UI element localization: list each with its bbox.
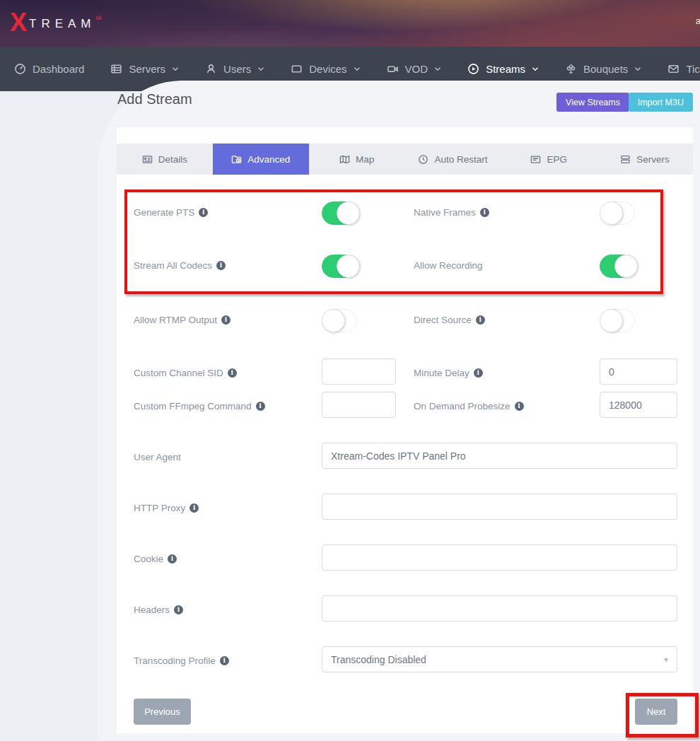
streams-icon xyxy=(467,63,479,75)
info-icon[interactable]: i xyxy=(256,402,265,411)
native-frames-toggle[interactable] xyxy=(600,202,635,225)
nav-label: Dashboard xyxy=(33,63,84,75)
nav-label: Servers xyxy=(129,63,165,75)
info-icon[interactable]: i xyxy=(474,368,483,378)
tab-label: Advanced xyxy=(247,154,290,165)
tab-label: Auto Restart xyxy=(434,154,487,165)
info-icon[interactable]: i xyxy=(221,315,231,325)
tab-map[interactable]: Map xyxy=(309,144,405,175)
info-icon[interactable]: i xyxy=(168,554,177,564)
toggle-knob xyxy=(600,309,623,332)
servers-tab-icon xyxy=(620,154,631,165)
field-label-on-demand-probesize: On Demand Probesize i xyxy=(414,399,524,413)
info-icon[interactable]: i xyxy=(476,315,485,325)
custom-ffmpeg-command-input[interactable] xyxy=(322,392,396,418)
tickets-icon xyxy=(667,63,679,75)
stream-all-codecs-toggle[interactable] xyxy=(322,255,357,278)
chevron-down-icon xyxy=(634,66,641,72)
toggle-knob xyxy=(614,255,638,278)
bouquets-icon xyxy=(565,63,577,75)
user-agent-input[interactable] xyxy=(322,443,677,469)
field-label-stream-all-codecs: Stream All Codecs i xyxy=(134,258,226,272)
field-label-allow-recording: Allow Recording xyxy=(414,258,483,272)
cookie-input[interactable] xyxy=(322,544,677,571)
servers-icon xyxy=(110,63,122,75)
toggle-knob xyxy=(600,202,623,225)
direct-source-toggle[interactable] xyxy=(600,309,635,332)
tab-bar: Details Advanced Map Auto Restart EPG Se… xyxy=(117,144,693,175)
field-label-allow-rtmp-output: Allow RTMP Output i xyxy=(134,313,231,327)
auto-restart-icon xyxy=(418,154,428,165)
http-proxy-input[interactable] xyxy=(322,494,677,520)
field-label-custom-ffmpeg-command: Custom FFmpeg Command i xyxy=(134,399,265,413)
tab-epg[interactable]: EPG xyxy=(501,144,597,175)
generate-pts-toggle[interactable] xyxy=(322,202,357,225)
field-label-minute-delay: Minute Delay i xyxy=(414,366,483,380)
selected-option: Transcoding Disabled xyxy=(331,654,426,665)
tab-auto-restart[interactable]: Auto Restart xyxy=(404,144,501,175)
field-label-user-agent: User Agent xyxy=(134,450,181,464)
logo-x: X xyxy=(10,10,27,35)
map-icon xyxy=(339,154,350,165)
epg-icon xyxy=(530,154,541,165)
field-label-cookie: Cookie i xyxy=(134,552,177,566)
info-icon[interactable]: i xyxy=(228,368,237,378)
logo-sup: ui xyxy=(96,14,102,21)
nav-item-users[interactable]: Users xyxy=(205,63,264,75)
logo-name: TREAM xyxy=(29,17,96,31)
import-m3u-button[interactable]: Import M3U xyxy=(629,93,693,112)
nav-item-dashboard[interactable]: Dashboard xyxy=(14,63,84,75)
info-icon[interactable]: i xyxy=(515,402,524,411)
hero-header: X TREAM ui a xyxy=(0,0,700,47)
field-label-custom-channel-sid: Custom Channel SID i xyxy=(134,366,237,380)
toggle-knob xyxy=(337,255,360,278)
custom-channel-sid-input[interactable] xyxy=(322,358,396,385)
nav-label: Users xyxy=(223,63,251,75)
nav-item-streams[interactable]: Streams xyxy=(467,63,539,75)
tab-details[interactable]: Details xyxy=(117,144,213,175)
info-icon[interactable]: i xyxy=(199,208,208,217)
field-label-http-proxy: HTTP Proxy i xyxy=(134,501,199,515)
view-streams-button[interactable]: View Streams xyxy=(556,93,629,112)
chevron-down-icon xyxy=(532,66,539,72)
users-icon xyxy=(205,63,217,75)
advanced-icon xyxy=(231,154,242,165)
info-icon[interactable]: i xyxy=(480,208,489,217)
account-text-cutoff[interactable]: a xyxy=(696,16,700,26)
field-label-generate-pts: Generate PTS i xyxy=(134,205,208,219)
nav-item-tickets[interactable]: Tickets xyxy=(667,63,700,75)
tab-advanced[interactable]: Advanced xyxy=(213,144,309,175)
info-icon[interactable]: i xyxy=(174,605,183,614)
nav-item-servers[interactable]: Servers xyxy=(110,63,179,75)
nav-label: Bouquets xyxy=(583,63,628,75)
nav-label: Tickets xyxy=(686,63,700,75)
chevron-down-icon xyxy=(172,66,179,72)
minute-delay-input[interactable] xyxy=(600,358,677,385)
nav-label: Streams xyxy=(486,63,525,75)
allow-rtmp-output-toggle[interactable] xyxy=(322,309,357,332)
info-icon[interactable]: i xyxy=(216,261,226,270)
transcoding-profile-select[interactable]: Transcoding Disabled ▾ xyxy=(322,646,677,672)
vod-icon xyxy=(387,63,399,75)
info-icon[interactable]: i xyxy=(189,503,199,513)
add-stream-panel: Details Advanced Map Auto Restart EPG Se… xyxy=(117,127,693,733)
on-demand-probesize-input[interactable] xyxy=(600,392,677,418)
nav-item-devices[interactable]: Devices xyxy=(291,63,360,75)
field-label-headers: Headers i xyxy=(134,602,183,617)
xtream-logo[interactable]: X TREAM ui xyxy=(10,10,102,35)
nav-item-bouquets[interactable]: Bouquets xyxy=(565,63,641,75)
tab-servers[interactable]: Servers xyxy=(597,144,693,175)
chevron-down-icon xyxy=(257,66,264,72)
details-icon xyxy=(142,154,153,165)
toggle-knob xyxy=(337,202,360,225)
previous-button[interactable]: Previous xyxy=(134,699,191,725)
page-title: Add Stream xyxy=(117,91,192,107)
info-icon[interactable]: i xyxy=(220,656,229,665)
next-button[interactable]: Next xyxy=(635,699,677,725)
field-label-transcoding-profile: Transcoding Profile i xyxy=(134,653,229,667)
toggle-knob xyxy=(322,309,345,332)
headers-input[interactable] xyxy=(322,595,677,622)
nav-item-vod[interactable]: VOD xyxy=(387,63,442,75)
allow-recording-toggle[interactable] xyxy=(600,255,635,278)
field-label-direct-source: Direct Source i xyxy=(414,313,485,327)
